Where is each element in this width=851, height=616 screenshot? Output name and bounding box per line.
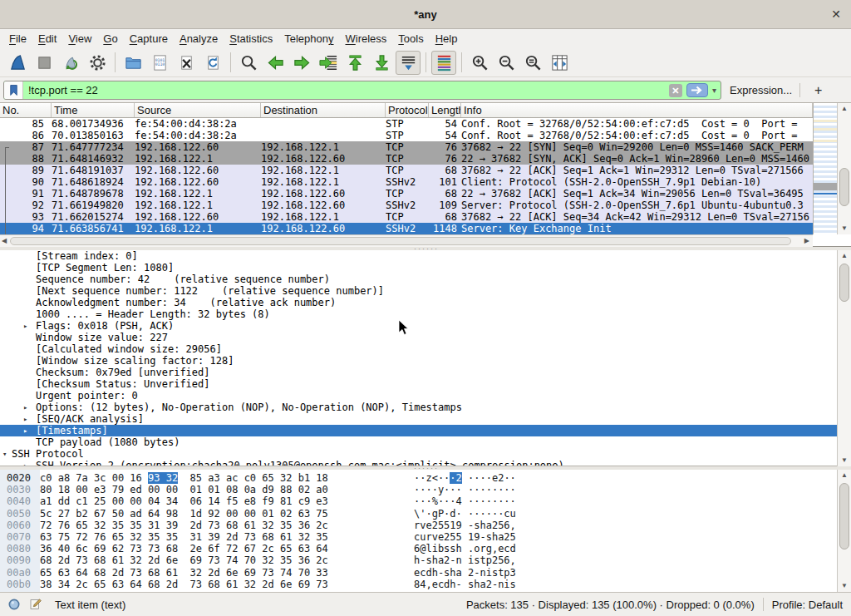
hex-row-00a0[interactable]: 00a065 63 64 68 2d 73 68 61 32 2d 6e 69 … bbox=[0, 567, 851, 579]
scroll-down-icon[interactable]: ▼ bbox=[838, 223, 851, 234]
scroll-up-icon[interactable]: ▲ bbox=[838, 470, 851, 481]
packet-row-85[interactable]: 8568.001734936fe:54:00:d4:38:2aSTP54Conf… bbox=[0, 118, 813, 130]
packet-list-vscrollbar[interactable]: ▲ ▼ bbox=[837, 103, 851, 234]
detail-line[interactable]: [Stream index: 0] bbox=[0, 250, 851, 262]
expand-arrow-icon[interactable]: ▸ bbox=[23, 413, 27, 425]
scroll-down-icon[interactable]: ▼ bbox=[838, 455, 851, 466]
hex-row-0040[interactable]: 0040a1 dd c1 25 00 00 04 34 06 14 f5 e8 … bbox=[0, 495, 851, 507]
detail-line[interactable]: TCP payload (1080 bytes) bbox=[0, 436, 851, 448]
column-header-no[interactable]: No. bbox=[0, 103, 52, 117]
packet-row-94[interactable]: 9471.663856741192.168.122.1192.168.122.6… bbox=[0, 223, 813, 234]
window-close-button[interactable]: ✕ bbox=[831, 0, 841, 29]
hex-row-0090[interactable]: 009068 2d 73 68 61 32 2d 6e 69 73 74 70 … bbox=[0, 554, 851, 566]
bytes-vscrollbar[interactable]: ▲ ▼ bbox=[837, 470, 851, 592]
resize-columns-button[interactable] bbox=[547, 51, 572, 75]
menu-file[interactable]: File bbox=[3, 29, 32, 48]
column-header-time[interactable]: Time bbox=[52, 103, 135, 117]
stop-capture-button[interactable] bbox=[32, 51, 57, 75]
details-vscrollbar[interactable]: ▲ ▼ bbox=[837, 250, 851, 466]
scroll-up-icon[interactable]: ▲ bbox=[838, 250, 851, 262]
detail-line[interactable]: [Next sequence number: 1122 (relative se… bbox=[0, 285, 851, 297]
restart-capture-button[interactable] bbox=[58, 51, 83, 75]
bookmark-icon[interactable] bbox=[4, 81, 23, 99]
detail-line[interactable]: Checksum: 0x79ed [unverified] bbox=[0, 367, 851, 378]
expression-button[interactable]: Expression... bbox=[730, 77, 792, 103]
display-filter-field[interactable]: !tcp.port == 22 ✕ ▾ bbox=[3, 81, 721, 100]
expert-info-icon[interactable] bbox=[7, 597, 22, 612]
column-header-source[interactable]: Source bbox=[135, 103, 261, 117]
open-file-button[interactable] bbox=[121, 51, 145, 75]
scroll-right-icon[interactable]: ▶ bbox=[804, 235, 809, 247]
capture-comment-icon[interactable] bbox=[28, 597, 43, 612]
menu-help[interactable]: Help bbox=[430, 29, 464, 48]
menu-view[interactable]: View bbox=[62, 29, 97, 48]
packet-row-90[interactable]: 9071.648618924192.168.122.60192.168.122.… bbox=[0, 176, 813, 188]
scroll-down-icon[interactable]: ▼ bbox=[838, 580, 851, 592]
go-to-packet-button[interactable] bbox=[316, 51, 341, 75]
hex-row-0070[interactable]: 007063 75 72 76 65 32 35 35 31 39 2d 73 … bbox=[0, 531, 851, 543]
hex-row-0080[interactable]: 008036 40 6c 69 62 73 73 68 2e 6f 72 67 … bbox=[0, 543, 851, 554]
packet-list-hscrollbar[interactable]: ◀ ▶ bbox=[0, 234, 813, 247]
menu-analyze[interactable]: Analyze bbox=[174, 29, 224, 48]
detail-line[interactable]: Acknowledgment number: 34 (relative ack … bbox=[0, 297, 851, 308]
filter-add-button[interactable]: + bbox=[809, 77, 827, 103]
menu-tools[interactable]: Tools bbox=[392, 29, 429, 48]
detail-line[interactable]: [TCP Segment Len: 1080] bbox=[0, 262, 851, 274]
detail-line[interactable]: [Checksum Status: Unverified] bbox=[0, 378, 851, 390]
detail-line[interactable]: Urgent pointer: 0 bbox=[0, 390, 851, 402]
go-previous-packet-button[interactable] bbox=[263, 51, 288, 75]
expand-arrow-icon[interactable]: ▸ bbox=[23, 402, 27, 413]
scroll-thumb[interactable] bbox=[839, 483, 849, 549]
start-capture-button[interactable] bbox=[5, 51, 30, 75]
close-file-button[interactable] bbox=[174, 51, 199, 75]
detail-line[interactable]: [Calculated window size: 29056] bbox=[0, 343, 851, 355]
detail-line[interactable]: ▸[SEQ/ACK analysis] bbox=[0, 413, 851, 425]
go-last-packet-button[interactable] bbox=[369, 51, 394, 75]
hex-row-0030[interactable]: 003080 18 00 e3 79 ed 00 00 01 01 08 0a … bbox=[0, 484, 851, 495]
auto-scroll-button[interactable] bbox=[396, 51, 421, 75]
detail-line[interactable]: ▸Flags: 0x018 (PSH, ACK) bbox=[0, 320, 851, 332]
intelligent-scrollbar-minimap[interactable] bbox=[813, 103, 837, 234]
packet-row-87[interactable]: 8771.647777234192.168.122.60192.168.122.… bbox=[0, 141, 813, 153]
packet-row-92[interactable]: 9271.661949820192.168.122.1192.168.122.6… bbox=[0, 200, 813, 211]
detail-line[interactable]: ▸Options: (12 bytes), No-Operation (NOP)… bbox=[0, 402, 851, 413]
menu-go[interactable]: Go bbox=[97, 29, 123, 48]
hex-row-0050[interactable]: 00505c 27 b2 67 50 ad 64 98 1d 92 00 00 … bbox=[0, 508, 851, 520]
zoom-out-button[interactable] bbox=[494, 51, 519, 75]
scroll-left-icon[interactable]: ◀ bbox=[2, 235, 7, 247]
detail-line[interactable]: ▸[Timestamps] bbox=[0, 425, 851, 436]
filter-dropdown-icon[interactable]: ▾ bbox=[711, 86, 721, 95]
scroll-thumb[interactable] bbox=[10, 237, 791, 245]
detail-line[interactable]: 1000 .... = Header Length: 32 bytes (8) bbox=[0, 308, 851, 320]
packet-row-86[interactable]: 8670.013850163fe:54:00:d4:38:2aSTP54Conf… bbox=[0, 130, 813, 141]
detail-line[interactable]: Window size value: 227 bbox=[0, 332, 851, 343]
scroll-up-icon[interactable]: ▲ bbox=[838, 103, 851, 115]
detail-line[interactable]: ▾SSH Protocol bbox=[0, 448, 851, 460]
expand-arrow-icon[interactable]: ▸ bbox=[23, 425, 27, 436]
menu-statistics[interactable]: Statistics bbox=[224, 29, 278, 48]
menu-telephony[interactable]: Telephony bbox=[278, 29, 339, 48]
filter-apply-icon[interactable] bbox=[686, 83, 708, 97]
packet-row-91[interactable]: 9171.648789678192.168.122.1192.168.122.6… bbox=[0, 188, 813, 200]
profile-button[interactable]: Profile: Default bbox=[772, 599, 843, 611]
filter-clear-icon[interactable]: ✕ bbox=[669, 84, 682, 97]
reload-file-button[interactable] bbox=[200, 51, 225, 75]
capture-options-button[interactable] bbox=[85, 51, 110, 75]
collapse-arrow-icon[interactable]: ▾ bbox=[2, 448, 7, 460]
packet-row-88[interactable]: 8871.648146932192.168.122.1192.168.122.6… bbox=[0, 153, 813, 165]
save-file-button[interactable]: 01010110 bbox=[147, 51, 172, 75]
zoom-original-button[interactable] bbox=[520, 51, 545, 75]
column-header-length[interactable]: Length bbox=[429, 103, 461, 117]
scroll-thumb[interactable] bbox=[839, 168, 849, 206]
zoom-in-button[interactable] bbox=[467, 51, 492, 75]
colorize-packets-button[interactable] bbox=[431, 51, 456, 75]
detail-line[interactable]: Sequence number: 42 (relative sequence n… bbox=[0, 274, 851, 285]
menu-capture[interactable]: Capture bbox=[124, 29, 174, 48]
detail-line[interactable]: [Window size scaling factor: 128] bbox=[0, 355, 851, 367]
column-header-destination[interactable]: Destination bbox=[261, 103, 386, 117]
go-next-packet-button[interactable] bbox=[289, 51, 314, 75]
find-packet-button[interactable] bbox=[236, 51, 261, 75]
expand-arrow-icon[interactable]: ▸ bbox=[23, 320, 27, 332]
packet-row-89[interactable]: 8971.648191037192.168.122.60192.168.122.… bbox=[0, 165, 813, 176]
packet-row-93[interactable]: 9371.662015274192.168.122.60192.168.122.… bbox=[0, 211, 813, 223]
